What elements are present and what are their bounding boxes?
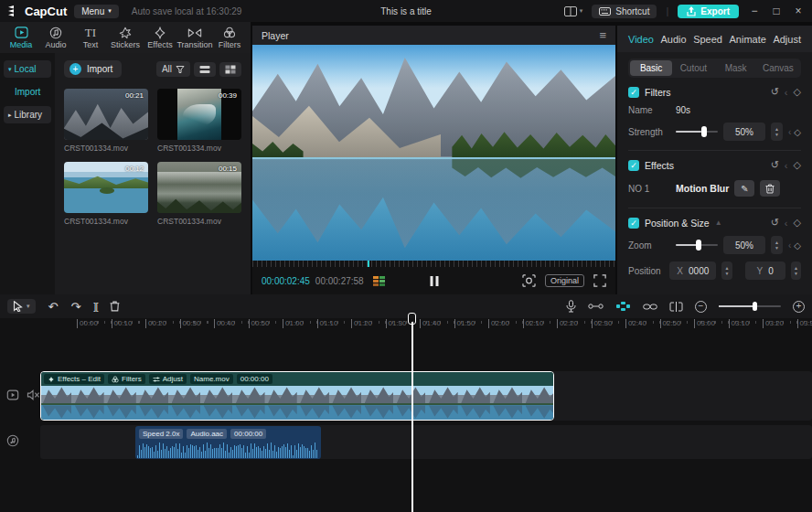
timeline-video-clip[interactable]: Effects – Edit Filters Adjust Name.mov 0… bbox=[40, 371, 554, 421]
sidebar-item-local[interactable]: ▾ Local bbox=[4, 60, 51, 78]
keyframe-link-button[interactable] bbox=[588, 302, 604, 311]
playhead[interactable] bbox=[408, 313, 417, 512]
media-item[interactable]: 00:12 CRST001334.mov bbox=[64, 162, 148, 226]
delete-effect-button[interactable] bbox=[760, 180, 780, 197]
prev-keyframe-icon[interactable]: ‹ bbox=[785, 87, 788, 98]
keyframe-icon[interactable]: ◇ bbox=[794, 86, 801, 98]
maximize-button[interactable]: □ bbox=[770, 5, 783, 17]
strength-value[interactable]: 50% bbox=[723, 123, 765, 141]
snapshot-icon[interactable] bbox=[522, 274, 536, 287]
effects-checkbox[interactable]: ✓ bbox=[628, 160, 639, 171]
prev-keyframe-icon[interactable]: ‹ bbox=[785, 160, 788, 171]
auto-link-button[interactable] bbox=[643, 303, 657, 311]
edit-effect-button[interactable]: ✎ bbox=[734, 180, 754, 197]
timeline-audio-clip[interactable]: Speed 2.0x Audio.aac 00:00:00 bbox=[135, 426, 321, 459]
position-y-input[interactable]: Y 0 bbox=[745, 261, 785, 280]
effects-badge[interactable]: Effects – Edit bbox=[44, 374, 104, 384]
select-tool-button[interactable]: ▾ bbox=[7, 299, 36, 314]
track-media-icon[interactable] bbox=[6, 389, 19, 401]
tab-adjust[interactable]: Adjust bbox=[773, 34, 801, 45]
undo-button[interactable]: ↶ bbox=[48, 300, 59, 314]
redo-button[interactable]: ↷ bbox=[70, 300, 80, 314]
position-x-input[interactable]: X 0000 bbox=[669, 261, 716, 280]
subtab-canvas[interactable]: Canvas bbox=[757, 60, 799, 76]
export-button[interactable]: Export bbox=[678, 5, 739, 18]
prev-keyframe-icon[interactable]: ‹ bbox=[785, 218, 788, 229]
sidebar-item-library[interactable]: ▸ Library bbox=[4, 106, 51, 123]
sidebar-item-import[interactable]: Import bbox=[4, 83, 51, 101]
zoom-value[interactable]: 50% bbox=[723, 236, 765, 254]
tab-stickers[interactable]: Stickers bbox=[108, 26, 143, 49]
filter-dropdown[interactable]: All bbox=[156, 61, 190, 77]
keyframe-icon[interactable]: ◇ bbox=[794, 127, 801, 137]
position-size-checkbox[interactable]: ✓ bbox=[628, 218, 639, 229]
zoom-stepper[interactable]: ▲▼ bbox=[771, 236, 783, 254]
shortcut-button[interactable]: Shortcut bbox=[592, 5, 657, 18]
tab-label: Effects bbox=[147, 40, 172, 49]
media-item[interactable]: 00:15 CRST001334.mov bbox=[157, 162, 241, 226]
media-item[interactable]: 00:39 CRST001334.mov bbox=[157, 89, 241, 153]
media-item[interactable]: 00:21 CRST001334.mov bbox=[64, 89, 148, 153]
media-thumbnail-mountains[interactable]: 00:21 bbox=[64, 89, 148, 140]
filters-badge[interactable]: Filters bbox=[108, 374, 145, 384]
reset-icon[interactable]: ↺ bbox=[771, 217, 779, 229]
list-view-button[interactable] bbox=[194, 62, 216, 77]
timeline-zoom-slider[interactable] bbox=[719, 305, 781, 307]
preview-scrubber[interactable] bbox=[252, 261, 615, 267]
subtab-mask[interactable]: Mask bbox=[715, 60, 757, 76]
position-x-stepper[interactable]: ▲▼ bbox=[721, 261, 732, 280]
keyframe-icon[interactable]: ◇ bbox=[794, 217, 801, 229]
tab-audio[interactable]: Audio bbox=[38, 26, 73, 49]
delete-button[interactable] bbox=[110, 301, 120, 312]
import-button[interactable]: + Import bbox=[64, 60, 122, 78]
subtab-cutout[interactable]: Cutout bbox=[672, 60, 714, 76]
grid-view-button[interactable] bbox=[219, 62, 241, 77]
prev-keyframe-icon[interactable]: ‹ bbox=[788, 240, 791, 251]
position-y-stepper[interactable]: ▲▼ bbox=[791, 261, 801, 280]
adjust-badge[interactable]: Adjust bbox=[149, 374, 187, 384]
timeline-zoom-out-button[interactable]: − bbox=[695, 301, 707, 313]
audio-track-icon[interactable] bbox=[6, 434, 19, 447]
media-thumbnail-lake[interactable]: 00:12 bbox=[64, 162, 148, 213]
strength-stepper[interactable]: ▲▼ bbox=[771, 123, 783, 141]
sticker-icon bbox=[119, 26, 132, 39]
tab-animate[interactable]: Animate bbox=[729, 34, 765, 45]
split-button[interactable]: ][ bbox=[93, 301, 97, 312]
video-preview[interactable] bbox=[252, 45, 615, 261]
magnet-snap-button[interactable] bbox=[615, 301, 631, 312]
tab-text[interactable]: TI Text bbox=[73, 26, 108, 49]
record-voiceover-button[interactable] bbox=[566, 300, 576, 313]
filters-checkbox[interactable]: ✓ bbox=[628, 87, 639, 98]
keyframe-icon[interactable]: ◇ bbox=[794, 159, 801, 171]
prev-keyframe-icon[interactable]: ‹ bbox=[788, 127, 791, 137]
layout-toggle-button[interactable]: ▾ bbox=[564, 6, 583, 16]
close-button[interactable]: × bbox=[792, 5, 805, 17]
media-thumbnail-forest[interactable]: 00:15 bbox=[157, 162, 241, 213]
tab-video[interactable]: Video bbox=[628, 34, 654, 45]
fullscreen-icon[interactable] bbox=[593, 274, 606, 287]
strength-slider[interactable] bbox=[676, 131, 718, 133]
zoom-property-slider[interactable] bbox=[676, 244, 718, 246]
mute-track-icon[interactable] bbox=[27, 389, 40, 401]
tab-filters[interactable]: Filters bbox=[212, 26, 247, 49]
minimize-button[interactable]: − bbox=[748, 5, 761, 17]
reset-icon[interactable]: ↺ bbox=[771, 159, 779, 171]
quality-selector[interactable]: Original bbox=[545, 274, 584, 287]
player-menu-icon[interactable]: ≡ bbox=[599, 28, 606, 42]
preview-axis-button[interactable] bbox=[669, 302, 683, 312]
render-preview-icon[interactable] bbox=[373, 276, 385, 286]
tab-transition[interactable]: Transition bbox=[177, 26, 212, 49]
timeline-ruler[interactable]: 00:0000:1000:2000:3000:4000:5001:0001:10… bbox=[0, 318, 812, 332]
tab-audio-props[interactable]: Audio bbox=[660, 34, 686, 45]
timeline-zoom-in-button[interactable]: + bbox=[793, 301, 805, 313]
reset-icon[interactable]: ↺ bbox=[771, 86, 779, 98]
subtab-basic[interactable]: Basic bbox=[630, 60, 672, 76]
keyframe-icon[interactable]: ◇ bbox=[794, 240, 801, 251]
tab-media[interactable]: Media bbox=[4, 26, 38, 49]
menu-button[interactable]: Menu ▾ bbox=[74, 5, 119, 18]
pause-button[interactable] bbox=[430, 276, 438, 286]
media-thumbnail-wave[interactable]: 00:39 bbox=[157, 89, 241, 140]
tab-speed[interactable]: Speed bbox=[693, 34, 722, 45]
tab-effects[interactable]: Effects bbox=[143, 26, 177, 49]
collapse-icon[interactable]: ▲ bbox=[715, 219, 722, 227]
